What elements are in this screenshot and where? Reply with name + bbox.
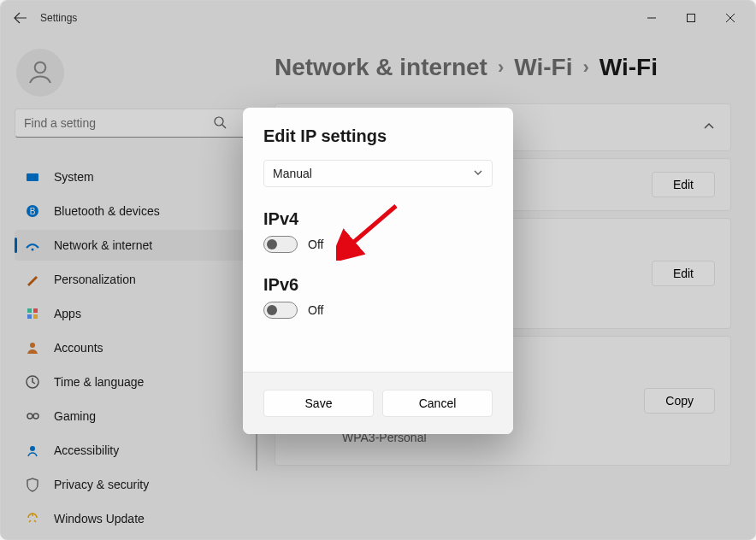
ipv6-state: Off — [308, 303, 323, 317]
edit-ip-dialog: Edit IP settings Manual IPv4 Off IPv6 Of… — [243, 108, 513, 434]
dialog-title: Edit IP settings — [263, 126, 493, 146]
ip-mode-value: Manual — [273, 167, 312, 180]
cancel-button[interactable]: Cancel — [382, 390, 493, 417]
save-button[interactable]: Save — [263, 390, 374, 417]
ipv4-state: Off — [308, 238, 323, 251]
chevron-down-icon — [473, 167, 483, 180]
ip-mode-select[interactable]: Manual — [263, 160, 493, 187]
ipv6-label: IPv6 — [263, 275, 493, 295]
ipv6-toggle[interactable] — [263, 302, 298, 319]
ipv4-label: IPv4 — [263, 209, 493, 229]
ipv4-toggle[interactable] — [263, 236, 298, 253]
modal-overlay[interactable]: Edit IP settings Manual IPv4 Off IPv6 Of… — [1, 1, 755, 539]
